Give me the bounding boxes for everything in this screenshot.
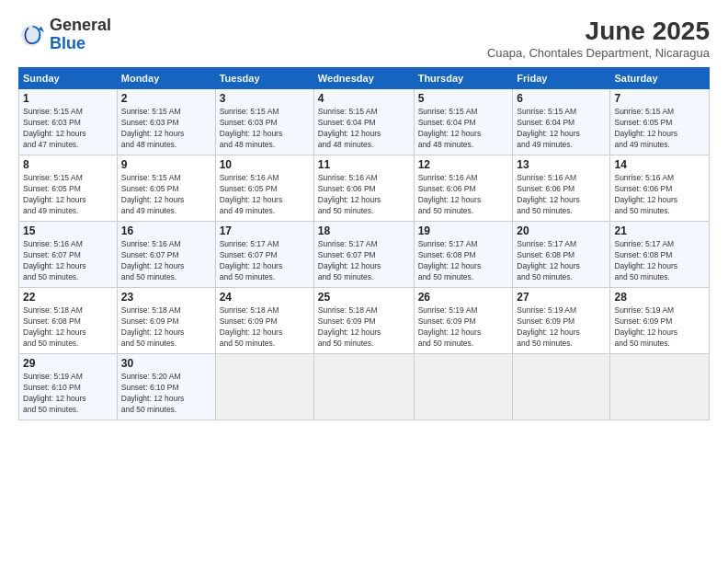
day-number: 7: [614, 92, 705, 105]
col-wednesday: Wednesday: [313, 68, 414, 89]
day-number: 6: [517, 92, 606, 105]
day-info: Sunrise: 5:18 AM Sunset: 6:09 PM Dayligh…: [121, 305, 211, 350]
day-info: Sunrise: 5:15 AM Sunset: 6:03 PM Dayligh…: [121, 107, 211, 151]
page-header: General Blue June 2025 Cuapa, Chontales …: [18, 17, 710, 60]
day-info: Sunrise: 5:20 AM Sunset: 6:10 PM Dayligh…: [121, 372, 211, 416]
day-info: Sunrise: 5:16 AM Sunset: 6:06 PM Dayligh…: [318, 173, 410, 217]
day-number: 12: [418, 158, 509, 171]
col-saturday: Saturday: [610, 68, 710, 89]
day-info: Sunrise: 5:16 AM Sunset: 6:06 PM Dayligh…: [418, 173, 509, 217]
day-info: Sunrise: 5:16 AM Sunset: 6:07 PM Dayligh…: [121, 239, 211, 283]
day-info: Sunrise: 5:17 AM Sunset: 6:08 PM Dayligh…: [418, 239, 509, 283]
calendar-day-cell: [610, 354, 710, 420]
calendar-week-row: 8Sunrise: 5:15 AM Sunset: 6:05 PM Daylig…: [19, 155, 710, 222]
day-info: Sunrise: 5:19 AM Sunset: 6:10 PM Dayligh…: [23, 372, 113, 416]
calendar-day-cell: 6Sunrise: 5:15 AM Sunset: 6:04 PM Daylig…: [513, 89, 610, 155]
day-info: Sunrise: 5:19 AM Sunset: 6:09 PM Dayligh…: [614, 305, 705, 350]
day-number: 18: [318, 224, 410, 237]
calendar-day-cell: 26Sunrise: 5:19 AM Sunset: 6:09 PM Dayli…: [414, 288, 513, 354]
day-info: Sunrise: 5:15 AM Sunset: 6:03 PM Dayligh…: [220, 107, 310, 151]
calendar-day-cell: [313, 354, 414, 420]
day-info: Sunrise: 5:15 AM Sunset: 6:03 PM Dayligh…: [23, 107, 113, 151]
day-info: Sunrise: 5:15 AM Sunset: 6:05 PM Dayligh…: [23, 173, 113, 217]
day-info: Sunrise: 5:19 AM Sunset: 6:09 PM Dayligh…: [517, 305, 606, 350]
day-number: 24: [220, 291, 310, 304]
day-number: 29: [23, 357, 113, 370]
calendar-day-cell: 10Sunrise: 5:16 AM Sunset: 6:05 PM Dayli…: [215, 155, 313, 222]
day-info: Sunrise: 5:15 AM Sunset: 6:04 PM Dayligh…: [418, 107, 509, 151]
subtitle: Cuapa, Chontales Department, Nicaragua: [487, 46, 710, 60]
calendar-day-cell: [215, 354, 313, 420]
calendar-day-cell: 25Sunrise: 5:18 AM Sunset: 6:09 PM Dayli…: [313, 288, 414, 354]
day-info: Sunrise: 5:15 AM Sunset: 6:05 PM Dayligh…: [121, 173, 211, 217]
calendar-header-row: Sunday Monday Tuesday Wednesday Thursday…: [19, 68, 710, 89]
calendar-week-row: 1Sunrise: 5:15 AM Sunset: 6:03 PM Daylig…: [19, 89, 710, 155]
day-number: 2: [121, 92, 211, 105]
day-info: Sunrise: 5:16 AM Sunset: 6:06 PM Dayligh…: [517, 173, 606, 217]
calendar-day-cell: 24Sunrise: 5:18 AM Sunset: 6:09 PM Dayli…: [215, 288, 313, 354]
calendar-day-cell: 20Sunrise: 5:17 AM Sunset: 6:08 PM Dayli…: [513, 222, 610, 288]
day-number: 16: [121, 224, 211, 237]
day-info: Sunrise: 5:17 AM Sunset: 6:07 PM Dayligh…: [220, 239, 310, 283]
day-number: 22: [23, 291, 113, 304]
calendar-day-cell: 22Sunrise: 5:18 AM Sunset: 6:08 PM Dayli…: [19, 288, 118, 354]
calendar-day-cell: 29Sunrise: 5:19 AM Sunset: 6:10 PM Dayli…: [19, 354, 118, 420]
calendar-day-cell: 7Sunrise: 5:15 AM Sunset: 6:05 PM Daylig…: [610, 89, 710, 155]
day-number: 1: [23, 92, 113, 105]
calendar-day-cell: 12Sunrise: 5:16 AM Sunset: 6:06 PM Dayli…: [414, 155, 513, 222]
day-info: Sunrise: 5:16 AM Sunset: 6:06 PM Dayligh…: [614, 173, 705, 217]
calendar-day-cell: 15Sunrise: 5:16 AM Sunset: 6:07 PM Dayli…: [19, 222, 118, 288]
calendar-week-row: 29Sunrise: 5:19 AM Sunset: 6:10 PM Dayli…: [19, 354, 710, 420]
day-info: Sunrise: 5:18 AM Sunset: 6:08 PM Dayligh…: [23, 305, 113, 350]
day-number: 5: [418, 92, 509, 105]
day-info: Sunrise: 5:16 AM Sunset: 6:07 PM Dayligh…: [23, 239, 113, 283]
day-info: Sunrise: 5:15 AM Sunset: 6:04 PM Dayligh…: [517, 107, 606, 151]
month-title: June 2025: [487, 17, 710, 46]
calendar-day-cell: 23Sunrise: 5:18 AM Sunset: 6:09 PM Dayli…: [117, 288, 215, 354]
calendar-day-cell: 16Sunrise: 5:16 AM Sunset: 6:07 PM Dayli…: [117, 222, 215, 288]
day-number: 19: [418, 224, 509, 237]
col-tuesday: Tuesday: [215, 68, 313, 89]
calendar-day-cell: 8Sunrise: 5:15 AM Sunset: 6:05 PM Daylig…: [19, 155, 118, 222]
day-info: Sunrise: 5:15 AM Sunset: 6:05 PM Dayligh…: [614, 107, 705, 151]
day-info: Sunrise: 5:16 AM Sunset: 6:05 PM Dayligh…: [220, 173, 310, 217]
day-info: Sunrise: 5:17 AM Sunset: 6:08 PM Dayligh…: [614, 239, 705, 283]
calendar-day-cell: 28Sunrise: 5:19 AM Sunset: 6:09 PM Dayli…: [610, 288, 710, 354]
day-info: Sunrise: 5:15 AM Sunset: 6:04 PM Dayligh…: [318, 107, 410, 151]
calendar-week-row: 22Sunrise: 5:18 AM Sunset: 6:08 PM Dayli…: [19, 288, 710, 354]
calendar-day-cell: 9Sunrise: 5:15 AM Sunset: 6:05 PM Daylig…: [117, 155, 215, 222]
calendar-day-cell: 14Sunrise: 5:16 AM Sunset: 6:06 PM Dayli…: [610, 155, 710, 222]
calendar-day-cell: 19Sunrise: 5:17 AM Sunset: 6:08 PM Dayli…: [414, 222, 513, 288]
day-number: 28: [614, 291, 705, 304]
day-info: Sunrise: 5:18 AM Sunset: 6:09 PM Dayligh…: [318, 305, 410, 350]
day-number: 27: [517, 291, 606, 304]
calendar-day-cell: 18Sunrise: 5:17 AM Sunset: 6:07 PM Dayli…: [313, 222, 414, 288]
calendar-day-cell: 13Sunrise: 5:16 AM Sunset: 6:06 PM Dayli…: [513, 155, 610, 222]
calendar-day-cell: 17Sunrise: 5:17 AM Sunset: 6:07 PM Dayli…: [215, 222, 313, 288]
day-info: Sunrise: 5:17 AM Sunset: 6:07 PM Dayligh…: [318, 239, 410, 283]
day-number: 10: [220, 158, 310, 171]
day-number: 30: [121, 357, 211, 370]
day-number: 20: [517, 224, 606, 237]
logo-icon: [18, 22, 44, 48]
calendar-week-row: 15Sunrise: 5:16 AM Sunset: 6:07 PM Dayli…: [19, 222, 710, 288]
col-thursday: Thursday: [414, 68, 513, 89]
calendar-day-cell: 30Sunrise: 5:20 AM Sunset: 6:10 PM Dayli…: [117, 354, 215, 420]
calendar-day-cell: [414, 354, 513, 420]
col-sunday: Sunday: [19, 68, 118, 89]
calendar: Sunday Monday Tuesday Wednesday Thursday…: [18, 67, 710, 420]
day-info: Sunrise: 5:17 AM Sunset: 6:08 PM Dayligh…: [517, 239, 606, 283]
calendar-day-cell: 5Sunrise: 5:15 AM Sunset: 6:04 PM Daylig…: [414, 89, 513, 155]
day-number: 13: [517, 158, 606, 171]
day-number: 25: [318, 291, 410, 304]
calendar-day-cell: 27Sunrise: 5:19 AM Sunset: 6:09 PM Dayli…: [513, 288, 610, 354]
calendar-day-cell: [513, 354, 610, 420]
calendar-day-cell: 21Sunrise: 5:17 AM Sunset: 6:08 PM Dayli…: [610, 222, 710, 288]
day-number: 15: [23, 224, 113, 237]
calendar-day-cell: 11Sunrise: 5:16 AM Sunset: 6:06 PM Dayli…: [313, 155, 414, 222]
calendar-day-cell: 4Sunrise: 5:15 AM Sunset: 6:04 PM Daylig…: [313, 89, 414, 155]
day-info: Sunrise: 5:19 AM Sunset: 6:09 PM Dayligh…: [418, 305, 509, 350]
day-number: 23: [121, 291, 211, 304]
calendar-day-cell: 1Sunrise: 5:15 AM Sunset: 6:03 PM Daylig…: [19, 89, 118, 155]
day-info: Sunrise: 5:18 AM Sunset: 6:09 PM Dayligh…: [220, 305, 310, 350]
